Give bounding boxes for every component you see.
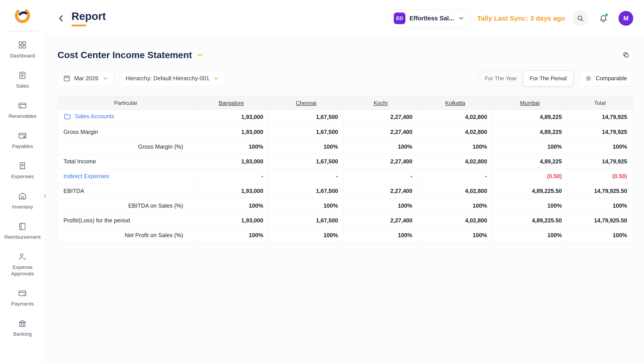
- toggle-for-the-period[interactable]: For The Period: [523, 71, 574, 86]
- title-underline: [72, 24, 86, 26]
- notifications-button[interactable]: [596, 10, 611, 26]
- dashboard-icon: [18, 40, 27, 49]
- content-area: Cost Center Income Statement Mar 2026: [45, 37, 644, 363]
- row-label-ebitda-on-sales: EBITDA on Sales (%): [58, 198, 194, 213]
- cell-value: 4,89,225.50: [492, 184, 567, 198]
- cell-value: 100%: [269, 228, 344, 243]
- period-toggle-group: For The Year For The Period: [478, 71, 573, 86]
- copy-icon: [622, 51, 630, 58]
- column-header-kochi[interactable]: Kochi: [344, 96, 418, 110]
- column-header-particular: Particular: [58, 96, 194, 110]
- table-header-row: ParticularBangaloreChennaiKochiKolkattaM…: [58, 96, 632, 110]
- table-row-gross-margin: Gross Margin1,93,0001,67,5002,27,4004,02…: [58, 124, 632, 139]
- search-button[interactable]: [572, 10, 588, 26]
- cell-value: 1,67,500: [269, 124, 344, 139]
- sidebar-item-inventory[interactable]: Inventory: [3, 192, 42, 210]
- cell-value: 2,27,400: [344, 184, 418, 198]
- cell-value: 1,93,000: [194, 124, 268, 139]
- comparable-button[interactable]: Comparable: [580, 71, 632, 86]
- table-row-ebitda: EBITDA1,93,0001,67,5002,27,4004,02,8004,…: [58, 184, 632, 198]
- inventory-icon: [18, 192, 27, 201]
- cell-value: 4,89,225.50: [492, 213, 567, 228]
- sidebar-item-payments[interactable]: Payments: [3, 289, 42, 307]
- receivables-icon: [18, 101, 27, 110]
- expense-approvals-icon: [18, 252, 27, 261]
- sidebar-item-receivables[interactable]: Receivables: [3, 101, 42, 119]
- page-header-title-wrap: Report: [72, 10, 106, 26]
- cell-value: 4,02,800: [418, 184, 492, 198]
- table-row-total-income: Total Income1,93,0001,67,5002,27,4004,02…: [58, 154, 632, 169]
- sidebar-item-expense-approvals[interactable]: Expense Approvals: [3, 252, 42, 277]
- table-row-net-profit-on-sales: Net Profit on Sales (%)100%100%100%100%1…: [58, 228, 632, 243]
- sidebar-divider: [8, 31, 37, 31]
- cell-value: 1,93,000: [194, 184, 268, 198]
- sidebar-item-label: Payables: [12, 143, 33, 150]
- cell-value: 4,02,800: [418, 110, 492, 124]
- cell-value: 1,93,000: [194, 213, 268, 228]
- cell-value: 100%: [194, 228, 268, 243]
- sidebar-item-label: Expense Approvals: [3, 264, 42, 277]
- cell-value: 100%: [344, 198, 418, 213]
- cell-value: 100%: [418, 139, 492, 154]
- main-column: Report ED Effortless Sal... Tally Last S…: [45, 0, 644, 363]
- cell-value: -: [418, 169, 492, 184]
- row-label-gross-margin: Gross Margin (%): [58, 139, 194, 154]
- cell-value: 100%: [269, 198, 344, 213]
- back-button[interactable]: [54, 11, 68, 25]
- row-label-sales-accounts[interactable]: Sales Accounts: [58, 110, 194, 124]
- cell-value: 4,02,800: [418, 124, 492, 139]
- row-label-indirect-expenses[interactable]: Indirect Expenses: [58, 169, 194, 184]
- cell-value: 100%: [418, 228, 492, 243]
- report-type-dropdown-icon[interactable]: [196, 51, 204, 59]
- chevron-left-icon: [56, 14, 66, 23]
- sidebar-item-banking[interactable]: Banking: [3, 319, 42, 337]
- report-title: Cost Center Income Statement: [58, 50, 192, 60]
- sidebar-item-label: Banking: [13, 331, 32, 337]
- column-header-mumbai[interactable]: Mumbai: [492, 96, 567, 110]
- sidebar-item-sales[interactable]: Sales: [3, 71, 42, 89]
- cell-value: 4,89,225: [492, 124, 567, 139]
- cell-value: 100%: [492, 198, 567, 213]
- cell-value: 1,93,000: [194, 154, 268, 169]
- sidebar-item-label: Reimbursement: [4, 234, 41, 240]
- period-dropdown[interactable]: Mar 2026: [58, 71, 114, 86]
- sidebar-item-expenses[interactable]: Expenses: [3, 161, 42, 180]
- row-label-ebitda: EBITDA: [58, 184, 194, 198]
- sidebar-item-label: Inventory: [12, 204, 33, 210]
- copy-report-button[interactable]: [620, 48, 632, 62]
- filter-bar: Mar 2026 Hierarchy: Default Hierarchy-00…: [58, 71, 632, 86]
- cell-value: 1,67,500: [269, 110, 344, 124]
- cell-value: (0.50): [492, 169, 567, 184]
- company-avatar: ED: [394, 12, 405, 24]
- column-header-bangalore[interactable]: Bangalore: [194, 96, 268, 110]
- row-label-gross-margin: Gross Margin: [58, 124, 194, 139]
- chevron-down-icon: [213, 75, 219, 82]
- company-selector[interactable]: ED Effortless Sal...: [389, 9, 470, 27]
- banking-icon: [18, 319, 27, 328]
- table-body: Sales Accounts1,93,0001,67,5002,27,4004,…: [58, 110, 632, 243]
- sidebar-item-label: Dashboard: [10, 52, 35, 59]
- column-header-kolkatta[interactable]: Kolkatta: [418, 96, 492, 110]
- cell-value: 1,67,500: [269, 213, 344, 228]
- user-avatar[interactable]: M: [618, 11, 633, 26]
- sidebar-item-reimbursement[interactable]: Reimbursement: [3, 222, 42, 240]
- cell-value: 1,67,500: [269, 184, 344, 198]
- sidebar-item-label: Expenses: [11, 173, 34, 180]
- sidebar-collapse-button[interactable]: [40, 191, 50, 201]
- table-row-gross-margin: Gross Margin (%)100%100%100%100%100%100%: [58, 139, 632, 154]
- hierarchy-dropdown[interactable]: Hierarchy: Default Hierarchy-001: [120, 71, 225, 86]
- header-actions: ED Effortless Sal... Tally Last Sync: 3 …: [389, 9, 633, 27]
- cell-value: 100%: [492, 228, 567, 243]
- sidebar-item-payables[interactable]: Payables: [3, 131, 42, 150]
- sidebar-item-label: Payments: [11, 301, 34, 307]
- chevron-right-icon: [42, 194, 48, 199]
- sidebar-item-label: Receivables: [8, 113, 36, 119]
- cell-value: 100%: [269, 139, 344, 154]
- column-header-chennai[interactable]: Chennai: [269, 96, 344, 110]
- cell-value: 4,89,225: [492, 110, 567, 124]
- toggle-for-the-year[interactable]: For The Year: [478, 71, 524, 86]
- sidebar-item-dashboard[interactable]: Dashboard: [3, 40, 42, 59]
- cell-value: 14,79,925: [567, 110, 632, 124]
- cell-value: 100%: [492, 139, 567, 154]
- comparable-label: Comparable: [596, 75, 627, 82]
